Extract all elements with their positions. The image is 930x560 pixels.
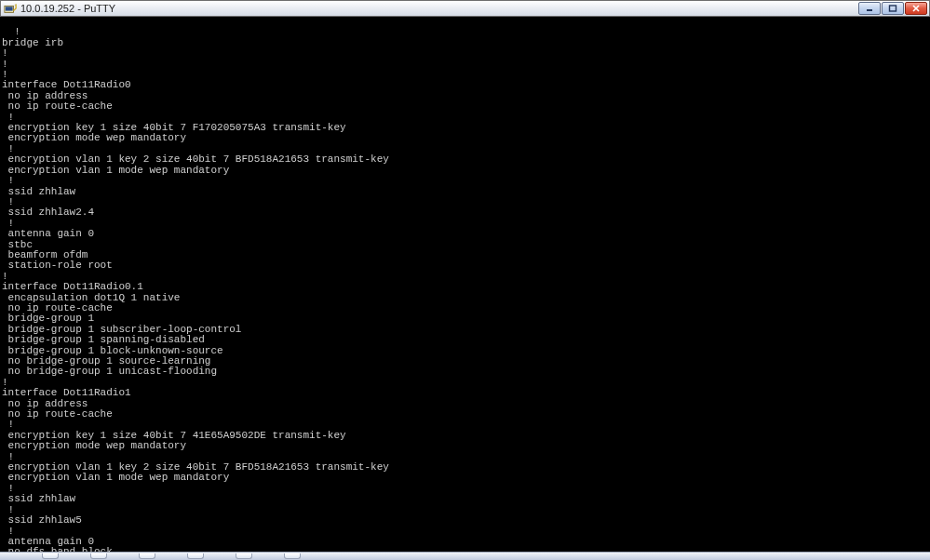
terminal-output[interactable]: ! bridge irb ! ! ! interface Dot11Radio0… (0, 17, 930, 552)
taskbar-item[interactable] (42, 553, 59, 559)
taskbar-item[interactable] (236, 553, 252, 559)
svg-rect-4 (890, 6, 896, 11)
svg-rect-1 (6, 7, 13, 10)
putty-icon (4, 2, 17, 15)
minimize-button[interactable] (858, 2, 881, 15)
taskbar-item[interactable] (187, 553, 204, 559)
window-title: 10.0.19.252 - PuTTY (20, 1, 115, 16)
window-titlebar: 10.0.19.252 - PuTTY (0, 0, 930, 17)
close-button[interactable] (905, 2, 927, 15)
taskbar (0, 552, 930, 560)
terminal-lines: ! bridge irb ! ! ! interface Dot11Radio0… (2, 26, 389, 552)
svg-point-2 (15, 5, 17, 7)
taskbar-item[interactable] (139, 553, 155, 559)
taskbar-item[interactable] (284, 553, 301, 559)
taskbar-item[interactable] (90, 553, 107, 559)
maximize-button[interactable] (882, 2, 904, 15)
window-controls (857, 1, 927, 16)
